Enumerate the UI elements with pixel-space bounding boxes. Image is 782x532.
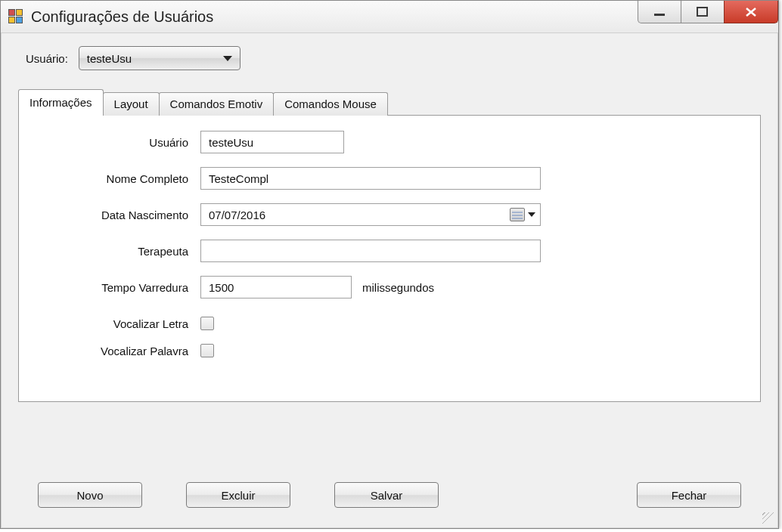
terapeuta-field[interactable]	[200, 240, 541, 262]
tab-control: Informações Layout Comandos Emotiv Coman…	[18, 88, 761, 402]
app-icon	[8, 9, 23, 24]
calendar-icon	[510, 208, 525, 221]
close-button[interactable]	[724, 1, 778, 23]
svg-rect-0	[654, 14, 665, 16]
vocalizar-letra-label: Vocalizar Letra	[37, 317, 200, 330]
vocalizar-palavra-label: Vocalizar Palavra	[37, 345, 200, 357]
salvar-button[interactable]: Salvar	[334, 482, 439, 508]
client-area: Usuário: testeUsu Informações Layout Com…	[1, 32, 778, 528]
usuario-field[interactable]	[200, 131, 344, 153]
data-nascimento-value: 07/07/2016	[209, 209, 265, 221]
nome-completo-field[interactable]	[200, 167, 541, 190]
minimize-button[interactable]	[638, 1, 681, 23]
tab-comandos-mouse[interactable]: Comandos Mouse	[273, 92, 388, 116]
maximize-button[interactable]	[681, 1, 725, 23]
button-row: Novo Excluir Salvar Fechar	[38, 482, 741, 508]
user-dropdown-value: testeUsu	[87, 52, 132, 65]
data-nascimento-field[interactable]: 07/07/2016	[200, 203, 541, 226]
window-title: Configurações de Usuários	[31, 8, 213, 26]
tab-page-informacoes: Usuário Nome Completo Data Nascimento 07…	[18, 115, 761, 402]
novo-button[interactable]: Novo	[38, 482, 142, 508]
titlebar: Configurações de Usuários	[1, 1, 778, 33]
user-selector-row: Usuário: testeUsu	[26, 46, 761, 70]
nome-completo-label: Nome Completo	[37, 172, 200, 185]
tempo-varredura-field[interactable]	[200, 276, 352, 298]
window: Configurações de Usuários Usuário: teste…	[0, 0, 779, 529]
tab-comandos-emotiv[interactable]: Comandos Emotiv	[159, 92, 275, 116]
chevron-down-icon	[223, 56, 232, 61]
svg-rect-1	[697, 8, 707, 16]
minimize-icon	[653, 7, 666, 17]
tab-layout[interactable]: Layout	[103, 92, 160, 116]
user-selector-label: Usuário:	[26, 52, 68, 65]
excluir-button[interactable]: Excluir	[186, 482, 290, 508]
chevron-down-icon	[528, 212, 535, 217]
tab-informacoes[interactable]: Informações	[18, 89, 104, 116]
maximize-icon	[696, 7, 709, 17]
data-nascimento-label: Data Nascimento	[37, 209, 200, 221]
date-picker-button[interactable]	[510, 208, 540, 221]
fechar-button[interactable]: Fechar	[637, 482, 741, 508]
tab-strip: Informações Layout Comandos Emotiv Coman…	[18, 88, 761, 115]
user-dropdown[interactable]: testeUsu	[79, 46, 240, 70]
resize-grip[interactable]	[762, 512, 774, 524]
window-controls	[638, 1, 778, 23]
close-icon	[743, 7, 759, 17]
vocalizar-palavra-checkbox[interactable]	[200, 344, 214, 357]
tempo-varredura-unit: milissegundos	[362, 281, 434, 294]
usuario-field-label: Usuário	[37, 136, 200, 149]
vocalizar-letra-checkbox[interactable]	[200, 317, 214, 330]
tempo-varredura-label: Tempo Varredura	[37, 281, 200, 294]
terapeuta-label: Terapeuta	[37, 245, 200, 258]
